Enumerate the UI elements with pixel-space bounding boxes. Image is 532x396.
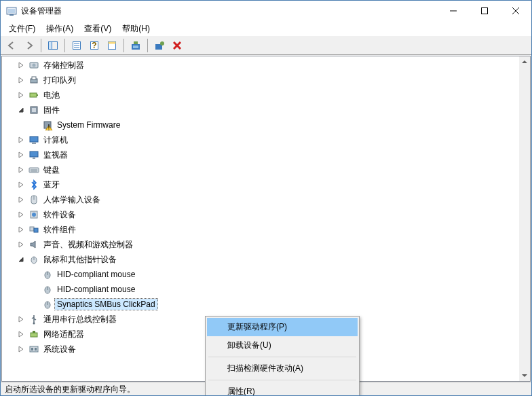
mouse-dev-icon (42, 299, 53, 310)
tree-node-label[interactable]: 软件设备 (41, 209, 78, 221)
update-driver-button[interactable] (128, 37, 144, 54)
tree-node-label[interactable]: HID-compliant mouse (55, 284, 137, 295)
tree-node-label[interactable]: 打印队列 (41, 74, 78, 87)
tree-node-label[interactable]: 键盘 (41, 164, 62, 177)
context-uninstall[interactable]: 卸载设备(U) (207, 336, 358, 355)
tree-node[interactable]: 监视器 (2, 147, 519, 162)
svg-rect-35 (32, 143, 36, 144)
svg-rect-56 (31, 333, 37, 337)
tree-node-label[interactable]: 软件组件 (41, 223, 78, 236)
audio-icon (28, 239, 39, 250)
tree-node[interactable]: HID-compliant mouse (2, 267, 519, 282)
battery-icon (28, 90, 39, 101)
menu-action[interactable]: 操作(A) (41, 22, 79, 36)
tree-node-label[interactable]: 固件 (41, 104, 62, 117)
status-text: 启动所选设备的更新驱动程序向导。 (5, 384, 135, 394)
context-scan[interactable]: 扫描检测硬件改动(A) (207, 359, 358, 378)
toolbar: ? (1, 36, 531, 55)
menubar: 文件(F) 操作(A) 查看(V) 帮助(H) (1, 21, 531, 36)
help-button[interactable]: ? (86, 37, 102, 54)
tree-node[interactable]: 固件 (2, 103, 519, 118)
tree-node-label[interactable]: 电池 (41, 89, 62, 102)
tree-node-label[interactable]: 人体学输入设备 (41, 194, 102, 206)
menu-view[interactable]: 查看(V) (79, 22, 117, 36)
scroll-down-button[interactable] (519, 370, 530, 381)
expander-closed-icon[interactable] (16, 209, 26, 220)
tree-node[interactable]: 人体学输入设备 (2, 192, 519, 207)
computer-icon (28, 134, 39, 145)
tree-node-label[interactable]: 通用串行总线控制器 (41, 313, 119, 326)
tree-node[interactable]: 软件组件 (2, 222, 519, 237)
maximize-button[interactable] (469, 1, 500, 21)
tree-node-label[interactable]: 存储控制器 (41, 59, 86, 72)
menu-help[interactable]: 帮助(H) (117, 22, 155, 36)
scroll-up-button[interactable] (519, 56, 530, 67)
tree-node[interactable]: 计算机 (2, 132, 519, 147)
tree-node[interactable]: 软件设备 (2, 207, 519, 222)
expander-open-icon[interactable] (16, 105, 26, 115)
expander-closed-icon[interactable] (16, 90, 26, 101)
tree-node[interactable]: 鼠标和其他指针设备 (2, 252, 519, 267)
svg-rect-59 (31, 348, 33, 350)
context-separator (208, 380, 356, 380)
show-hide-tree-button[interactable] (45, 37, 61, 54)
action-button[interactable] (104, 37, 120, 54)
tree-node-label[interactable]: 系统设备 (41, 343, 78, 356)
svg-point-55 (33, 323, 35, 325)
expander-closed-icon[interactable] (16, 329, 26, 340)
tree-node-label[interactable]: System Firmware (55, 120, 122, 130)
close-button[interactable] (500, 1, 531, 21)
expander-closed-icon[interactable] (16, 75, 26, 86)
vertical-scrollbar[interactable] (519, 56, 530, 381)
tree-node-label[interactable]: 网络适配器 (41, 328, 86, 341)
svg-text:?: ? (92, 41, 96, 50)
expander-open-icon[interactable] (16, 254, 26, 265)
context-properties[interactable]: 属性(R) (207, 382, 358, 396)
tree-node[interactable]: 声音、视频和游戏控制器 (2, 237, 519, 252)
sw-icon (28, 209, 39, 220)
expander-closed-icon[interactable] (16, 194, 26, 205)
tree-node-label[interactable]: Synaptics SMBus ClickPad (55, 299, 157, 310)
menu-file[interactable]: 文件(F) (3, 22, 41, 36)
svg-text:!: ! (48, 123, 50, 131)
svg-rect-58 (30, 346, 38, 352)
tree-node[interactable]: 打印队列 (2, 73, 519, 88)
tree-node[interactable]: 电池 (2, 88, 519, 103)
back-button[interactable] (3, 37, 20, 54)
expander-closed-icon[interactable] (16, 134, 26, 145)
printer-icon (28, 75, 39, 86)
tree-node-label[interactable]: HID-compliant mouse (55, 269, 137, 280)
expander-closed-icon[interactable] (16, 224, 26, 235)
titlebar: 设备管理器 (1, 1, 531, 21)
tree-node-label[interactable]: 计算机 (41, 134, 70, 147)
expander-closed-icon[interactable] (16, 239, 26, 250)
svg-rect-36 (30, 151, 38, 157)
expander-closed-icon[interactable] (16, 179, 26, 190)
expander-none (29, 120, 40, 130)
tree-node[interactable]: 键盘 (2, 162, 519, 177)
tree-node-label[interactable]: 蓝牙 (41, 179, 62, 192)
tree-node-label[interactable]: 监视器 (41, 149, 70, 162)
expander-closed-icon[interactable] (16, 149, 26, 160)
context-menu: 更新驱动程序(P) 卸载设备(U) 扫描检测硬件改动(A) 属性(R) (205, 316, 360, 396)
svg-rect-45 (30, 227, 34, 231)
context-update-driver[interactable]: 更新驱动程序(P) (207, 318, 358, 336)
forward-button[interactable] (21, 37, 37, 54)
properties-button[interactable] (69, 37, 85, 54)
svg-point-44 (32, 213, 36, 217)
tree-node[interactable]: !System Firmware (2, 118, 519, 132)
expander-closed-icon[interactable] (16, 314, 26, 325)
scan-hardware-button[interactable] (151, 37, 168, 54)
tree-node[interactable]: 存储控制器 (2, 58, 519, 73)
expander-closed-icon[interactable] (16, 60, 26, 71)
tree-node[interactable]: Synaptics SMBus ClickPad (2, 297, 519, 312)
expander-closed-icon[interactable] (16, 344, 26, 355)
tree-node-label[interactable]: 鼠标和其他指针设备 (41, 253, 119, 266)
svg-rect-27 (32, 77, 36, 79)
expander-closed-icon[interactable] (16, 164, 26, 175)
tree-node[interactable]: 蓝牙 (2, 177, 519, 192)
uninstall-button[interactable] (169, 37, 185, 54)
tree-node[interactable]: HID-compliant mouse (2, 282, 519, 297)
tree-node-label[interactable]: 声音、视频和游戏控制器 (41, 238, 135, 251)
minimize-button[interactable] (438, 1, 469, 21)
